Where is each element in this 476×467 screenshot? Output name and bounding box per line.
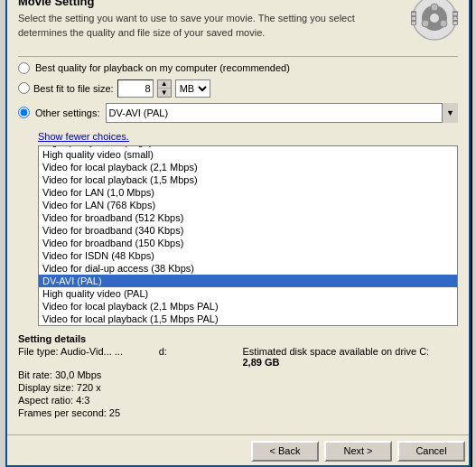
other-settings-select-wrapper: DV-AVI (PAL) ▼ (106, 103, 458, 123)
best-quality-radio[interactable] (18, 62, 30, 74)
button-row: < Back Next > Cancel (7, 441, 469, 465)
svg-rect-14 (412, 17, 415, 20)
dropdown-item[interactable]: Video for dial-up access (38 Kbps) (39, 262, 457, 275)
bottom-divider (7, 434, 469, 435)
file-size-input[interactable] (117, 79, 154, 98)
svg-rect-19 (453, 22, 457, 24)
setting-details-section: Setting details File type: Audio-Vid... … (18, 333, 458, 418)
other-settings-label: Other settings: (35, 107, 100, 118)
dropdown-item[interactable]: Video for local playback (1,5 Mbps PAL) (39, 313, 457, 325)
file-type-label: File type: Audio-Vid... ... d: (18, 346, 234, 368)
window-body: Movie Setting Select the setting you wan… (7, 0, 469, 427)
dropdown-item[interactable]: Video for local playback (2,1 Mbps) (39, 161, 457, 173)
dropdown-item[interactable]: Video for LAN (768 Kbps) (39, 199, 457, 211)
next-button[interactable]: Next > (324, 441, 392, 462)
show-fewer-link[interactable]: Show fewer choices. (38, 131, 129, 142)
display-size-label: Display size: 720 x (18, 382, 234, 393)
svg-rect-18 (453, 17, 457, 20)
best-fit-radio[interactable] (18, 82, 30, 94)
best-quality-row: Best quality for playback on my computer… (18, 62, 458, 74)
file-type-suffix: ... d: (115, 346, 167, 357)
setting-details-title: Setting details (18, 333, 458, 344)
other-settings-select[interactable]: DV-AVI (PAL) (106, 103, 458, 123)
dropdown-item[interactable]: Video for local playback (1,5 Mbps) (39, 173, 457, 186)
dropdown-item[interactable]: DV-AVI (PAL) (39, 275, 457, 287)
frames-per-sec-label: Frames per second: 25 (18, 407, 234, 418)
dropdown-list[interactable]: Video for Pocket PC (218 Kbps)Video for … (38, 145, 458, 326)
disk-space-right: Estimated disk space available on drive … (243, 346, 459, 368)
section-desc: Select the setting you want to use to sa… (18, 12, 404, 40)
cancel-button[interactable]: Cancel (397, 441, 465, 462)
dropdown-item[interactable]: Video for local playback (2,1 Mbps PAL) (39, 300, 457, 313)
svg-rect-15 (412, 22, 415, 24)
spin-down[interactable]: ▼ (158, 89, 171, 97)
file-size-unit-select[interactable]: MB GB KB (175, 79, 210, 98)
film-reel-icon (411, 0, 458, 43)
aspect-ratio-label: Aspect ratio: 4:3 (18, 395, 234, 406)
save-movie-wizard-window: Save Movie Wizard _ □ ✕ Movie Setting Se… (5, 0, 471, 467)
other-settings-row: Other settings: DV-AVI (PAL) ▼ (18, 103, 458, 123)
dropdown-item[interactable]: Video for broadband (150 Kbps) (39, 237, 457, 249)
best-quality-label: Best quality for playback on my computer… (35, 62, 290, 73)
svg-point-8 (430, 14, 439, 23)
svg-point-11 (422, 20, 429, 27)
details-grid: File type: Audio-Vid... ... d: Estimated… (18, 346, 458, 418)
svg-rect-17 (453, 13, 457, 15)
top-divider (18, 56, 458, 57)
svg-point-10 (440, 20, 447, 27)
dropdown-item[interactable]: Video for broadband (340 Kbps) (39, 224, 457, 237)
header-area: Movie Setting Select the setting you wan… (18, 0, 458, 51)
disk-space-value: 2,89 GB (243, 357, 280, 368)
header-text: Movie Setting Select the setting you wan… (18, 0, 404, 51)
bit-rate-label: Bit rate: 30,0 Mbps (18, 369, 234, 380)
svg-point-9 (431, 4, 438, 11)
back-button[interactable]: < Back (251, 441, 319, 462)
dropdown-item[interactable]: High quality video (small) (39, 148, 457, 161)
dropdown-item[interactable]: High quality video (PAL) (39, 287, 457, 300)
spin-up[interactable]: ▲ (158, 80, 171, 89)
file-size-spinner[interactable]: ▲ ▼ (157, 79, 172, 98)
best-fit-label: Best fit to file size: (33, 83, 114, 94)
svg-rect-13 (412, 13, 415, 15)
dropdown-item[interactable]: Video for broadband (512 Kbps) (39, 211, 457, 224)
best-fit-row: Best fit to file size: ▲ ▼ MB GB KB (18, 79, 458, 98)
dropdown-item[interactable]: Video for LAN (1,0 Mbps) (39, 186, 457, 199)
dropdown-item[interactable]: Video for ISDN (48 Kbps) (39, 249, 457, 262)
section-title: Movie Setting (18, 0, 404, 8)
other-settings-radio[interactable] (18, 107, 30, 118)
